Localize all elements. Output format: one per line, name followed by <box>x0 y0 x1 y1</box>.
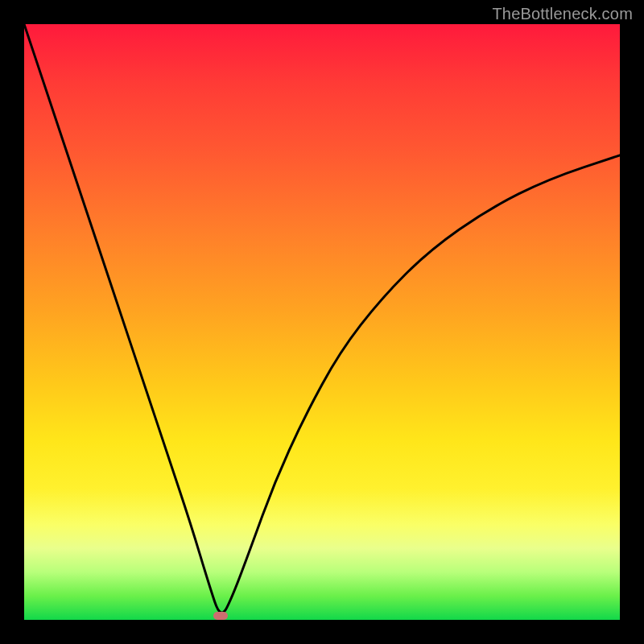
plot-area <box>24 24 620 620</box>
chart-frame: TheBottleneck.com <box>0 0 644 644</box>
optimum-marker <box>213 612 229 620</box>
bottleneck-curve <box>24 24 620 620</box>
watermark-text: TheBottleneck.com <box>492 5 633 23</box>
